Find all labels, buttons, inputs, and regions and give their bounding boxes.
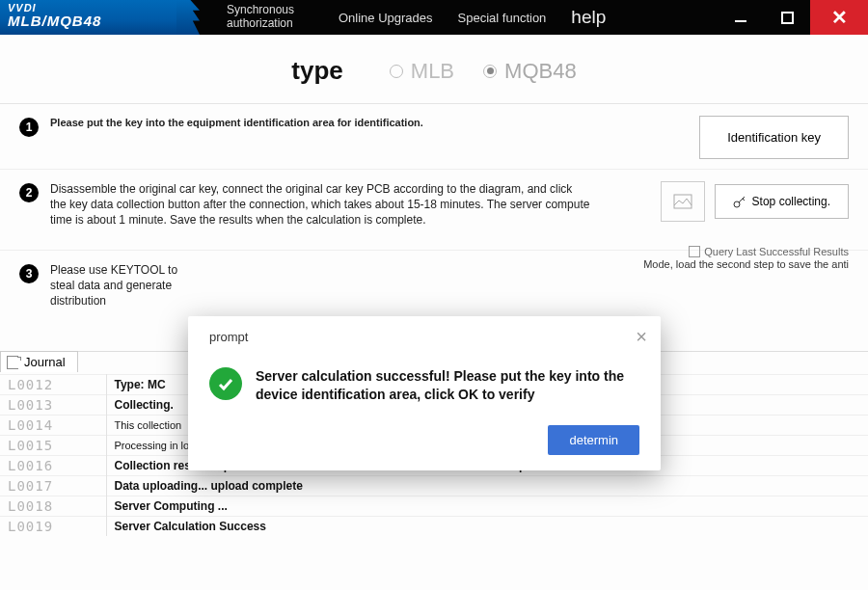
dialog-message: Server calculation successful! Please pu…: [256, 367, 639, 404]
step-2-text: Disassemble the original car key, connec…: [50, 181, 590, 228]
step-number: 2: [19, 183, 39, 202]
journal-row: L0018Server Computing ...: [0, 496, 868, 516]
journal-row-id: L0019: [0, 516, 106, 536]
minimize-button[interactable]: [718, 0, 764, 35]
window-controls: ✕: [718, 0, 868, 35]
menu-online-upgrades[interactable]: Online Upgrades: [339, 11, 433, 25]
journal-row-msg: Server Calculation Success: [106, 516, 868, 536]
menu-special-function[interactable]: Special function: [458, 11, 547, 25]
journal-row-id: L0014: [0, 415, 106, 435]
document-icon: [7, 356, 18, 369]
journal-row-id: L0017: [0, 475, 106, 496]
menu-bar: Synchronous authorization Online Upgrade…: [188, 0, 606, 35]
key-icon: [733, 195, 746, 208]
step-2: 2 Disassemble the original car key, conn…: [0, 170, 868, 251]
stop-collecting-button[interactable]: Stop collecting.: [715, 184, 849, 219]
type-option-mqb48-label: MQB48: [504, 59, 577, 84]
dialog-title: prompt: [209, 330, 639, 344]
app-logo: VVDI MLB/MQB48: [0, 0, 188, 35]
journal-row-msg: Server Computing ...: [106, 496, 868, 516]
type-option-mlb-label: MLB: [411, 59, 454, 84]
diagram-button[interactable]: [661, 181, 705, 222]
dialog-close-button[interactable]: ×: [636, 326, 647, 348]
product-text: MLB/MQB48: [8, 13, 180, 30]
radio-icon: [483, 65, 497, 78]
svg-rect-1: [782, 13, 793, 23]
step-number: 3: [19, 264, 39, 283]
minimize-icon: [733, 10, 748, 25]
maximize-button[interactable]: [764, 0, 810, 35]
step-3-text: Please use KEYTOOL to steal data and gen…: [50, 262, 204, 309]
journal-tab-label: Journal: [24, 355, 66, 369]
close-button[interactable]: ✕: [810, 0, 868, 35]
type-label: type: [291, 56, 342, 86]
journal-tab[interactable]: Journal: [0, 351, 78, 372]
prompt-dialog: prompt × Server calculation successful! …: [188, 316, 661, 470]
success-icon: [209, 367, 242, 400]
step-1-text: Please put the key into the equipment id…: [50, 116, 423, 130]
close-icon: ✕: [831, 6, 848, 29]
title-bar: VVDI MLB/MQB48 Synchronous authorization…: [0, 0, 868, 35]
journal-row-id: L0013: [0, 394, 106, 415]
journal-row-id: L0016: [0, 455, 106, 475]
journal-row: L0017Data uploading... upload complete: [0, 475, 868, 496]
step-1: 1 Please put the key into the equipment …: [0, 104, 868, 170]
journal-row-id: L0012: [0, 374, 106, 394]
svg-line-5: [743, 199, 745, 201]
maximize-icon: [780, 11, 795, 25]
journal-row-msg: Data uploading... upload complete: [106, 475, 868, 496]
journal-row-id: L0015: [0, 435, 106, 455]
type-option-mqb48[interactable]: MQB48: [483, 59, 577, 84]
radio-icon: [390, 65, 403, 78]
journal-row-id: L0018: [0, 496, 106, 516]
dialog-ok-button[interactable]: determin: [548, 425, 639, 455]
menu-help[interactable]: help: [571, 7, 606, 28]
step-3-extra-text: Mode, load the second step to save the a…: [643, 258, 849, 270]
menu-sync-auth[interactable]: Synchronous authorization: [227, 4, 313, 31]
step-number: 1: [19, 118, 39, 137]
journal-row: L0019Server Calculation Success: [0, 516, 868, 536]
step-3: 3 Please use KEYTOOL to steal data and g…: [0, 251, 868, 319]
stop-collecting-label: Stop collecting.: [752, 195, 830, 208]
image-icon: [673, 194, 692, 209]
type-option-mlb[interactable]: MLB: [390, 59, 454, 84]
identification-key-button[interactable]: Identification key: [699, 116, 849, 159]
type-selector: type MLB MQB48: [0, 35, 868, 104]
